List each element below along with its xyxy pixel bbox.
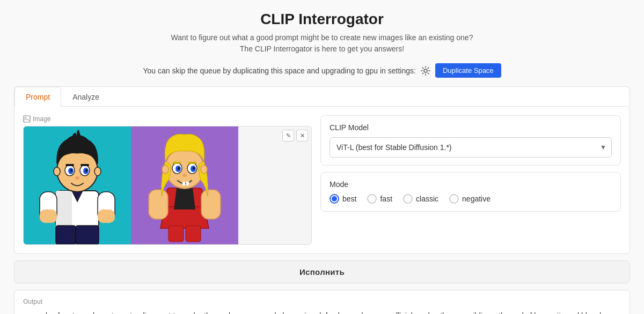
edit-image-button[interactable]: ✎ <box>282 130 294 141</box>
radio-fast-indicator <box>367 194 377 204</box>
clip-model-box: CLIP Model ViT-L (best for Stable Diffus… <box>320 115 621 166</box>
mode-option-fast[interactable]: fast <box>367 194 392 204</box>
mode-classic-label: classic <box>416 195 438 203</box>
clip-model-label: CLIP Model <box>330 123 612 132</box>
page-title: CLIP Interrogator <box>14 11 630 28</box>
output-label: Output <box>23 298 621 305</box>
settings-icon <box>420 65 431 76</box>
svg-point-40 <box>162 165 169 174</box>
svg-rect-18 <box>65 164 74 166</box>
svg-point-16 <box>70 169 72 172</box>
model-select-wrapper: ViT-L (best for Stable Diffusion 1.*) Vi… <box>330 137 612 158</box>
skip-queue-bar: You can skip the queue by duplicating th… <box>14 63 630 78</box>
clear-image-button[interactable]: ✕ <box>296 130 308 141</box>
mode-option-classic[interactable]: classic <box>403 194 438 204</box>
image-label: Image <box>23 115 312 123</box>
mode-option-best[interactable]: best <box>330 194 356 204</box>
tab-prompt[interactable]: Prompt <box>14 87 61 107</box>
tab-analyze[interactable]: Analyze <box>61 87 111 107</box>
image-controls: ✎ ✕ <box>282 130 308 141</box>
svg-point-17 <box>85 169 87 172</box>
radio-negative-indicator <box>449 194 459 204</box>
svg-rect-36 <box>188 162 196 164</box>
page-header: CLIP Interrogator Want to figure out wha… <box>14 11 630 55</box>
svg-rect-1 <box>24 116 30 122</box>
mode-label: Mode <box>330 180 612 189</box>
output-panel: Output a couple of cartoon characters st… <box>14 290 630 314</box>
run-button-bar: Исполнить <box>14 260 630 283</box>
svg-rect-7 <box>40 210 57 223</box>
subtitle-line1: Want to figure out what a good prompt mi… <box>14 32 630 43</box>
subtitle-line2: The CLIP Interrogator is here to get you… <box>14 43 630 55</box>
svg-rect-27 <box>186 226 201 242</box>
tabs-bar: Prompt Analyze <box>14 86 630 106</box>
mode-radio-group: best fast classic negative <box>330 194 612 204</box>
svg-rect-8 <box>98 210 115 223</box>
image-section: Image <box>23 115 312 245</box>
run-button[interactable]: Исполнить <box>299 267 345 276</box>
svg-rect-26 <box>169 226 184 242</box>
main-panel: Image <box>14 106 630 254</box>
output-text: a couple of cartoon characters standing … <box>23 310 621 314</box>
mode-negative-label: negative <box>462 195 491 203</box>
svg-rect-38 <box>182 182 185 185</box>
svg-rect-25 <box>201 190 221 219</box>
radio-best-indicator <box>330 194 339 204</box>
svg-point-41 <box>201 165 207 174</box>
mode-best-label: best <box>342 195 356 203</box>
character-right <box>131 126 238 244</box>
image-container[interactable]: ✎ ✕ <box>23 126 312 245</box>
radio-classic-indicator <box>403 194 413 204</box>
svg-rect-10 <box>76 226 99 244</box>
cartoon-image <box>24 126 238 244</box>
svg-rect-19 <box>80 164 89 166</box>
mode-box: Mode best fast classic <box>320 172 621 212</box>
svg-rect-4 <box>56 191 72 228</box>
svg-rect-35 <box>173 162 181 164</box>
svg-point-2 <box>25 117 26 118</box>
right-section: CLIP Model ViT-L (best for Stable Diffus… <box>320 115 621 245</box>
svg-rect-24 <box>149 190 168 219</box>
svg-rect-9 <box>56 226 76 244</box>
svg-point-0 <box>424 69 427 72</box>
svg-point-21 <box>54 167 60 176</box>
svg-rect-39 <box>186 182 189 185</box>
svg-point-34 <box>193 167 195 170</box>
duplicate-space-button[interactable]: Duplicate Space <box>435 63 501 78</box>
character-left <box>24 126 131 244</box>
svg-point-37 <box>182 174 187 177</box>
svg-point-22 <box>94 167 101 176</box>
mode-fast-label: fast <box>380 195 392 203</box>
image-icon <box>23 115 31 123</box>
svg-point-20 <box>75 176 79 180</box>
mode-option-negative[interactable]: negative <box>449 194 491 204</box>
clip-model-select[interactable]: ViT-L (best for Stable Diffusion 1.*) Vi… <box>330 137 612 158</box>
skip-queue-text: You can skip the queue by duplicating th… <box>143 66 416 75</box>
svg-point-33 <box>178 167 180 170</box>
